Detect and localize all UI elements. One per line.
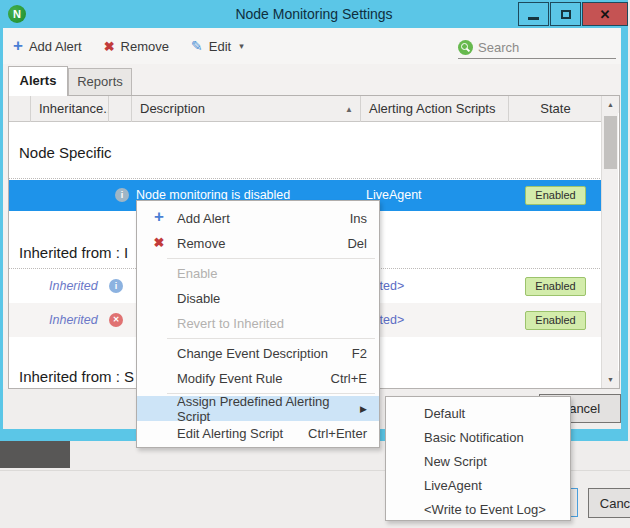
tab-alerts[interactable]: Alerts xyxy=(8,66,68,96)
submenu-item-new-script[interactable]: New Script xyxy=(386,449,570,473)
menu-shortcut: F2 xyxy=(352,346,367,361)
menu-label: Modify Event Rule xyxy=(177,371,283,386)
chevron-down-icon: ▾ xyxy=(239,41,244,51)
col-icon[interactable] xyxy=(109,96,132,122)
menu-item-disable[interactable]: Disable xyxy=(137,286,379,311)
info-icon: i xyxy=(109,279,123,293)
menu-shortcut: Ctrl+Enter xyxy=(308,426,367,441)
pencil-icon: ✎ xyxy=(191,38,203,54)
menu-shortcut: Del xyxy=(347,236,367,251)
remove-label: Remove xyxy=(121,39,169,54)
remove-button[interactable]: ✖ Remove xyxy=(104,39,169,54)
screen: Cancel N Node Monitoring Settings ✕ + Ad… xyxy=(0,0,630,528)
menu-item-change-event-description[interactable]: Change Event Description F2 xyxy=(137,341,379,366)
sort-ascending-icon: ▲ xyxy=(345,105,353,114)
menu-label: Revert to Inherited xyxy=(177,316,284,331)
col-state[interactable]: State xyxy=(509,96,602,122)
search-icon xyxy=(458,40,473,55)
menu-item-remove[interactable]: ✖ Remove Del xyxy=(137,231,379,256)
menu-separator xyxy=(167,338,375,339)
menu-item-assign-predefined-alerting-script[interactable]: Assign Predefined Alerting Script ▶ xyxy=(137,396,379,421)
close-button[interactable]: ✕ xyxy=(582,2,628,26)
scroll-up-icon[interactable]: ▲ xyxy=(602,96,619,113)
menu-item-add-alert[interactable]: + Add Alert Ins xyxy=(137,206,379,231)
edit-label: Edit xyxy=(209,39,231,54)
menu-item-modify-event-rule[interactable]: Modify Event Rule Ctrl+E xyxy=(137,366,379,391)
submenu-arrow-icon: ▶ xyxy=(360,404,367,414)
menu-item-edit-alerting-script[interactable]: Edit Alerting Script Ctrl+Enter xyxy=(137,421,379,446)
close-icon: ✕ xyxy=(600,7,611,22)
menu-separator xyxy=(167,258,375,259)
info-icon: i xyxy=(115,188,129,202)
titlebar[interactable]: N Node Monitoring Settings ✕ xyxy=(0,0,628,28)
menu-label: Remove xyxy=(177,236,225,251)
submenu-item-liveagent[interactable]: LiveAgent xyxy=(386,473,570,497)
maximize-button[interactable] xyxy=(550,2,581,26)
group-header-inherited-1: Inherited from : I xyxy=(19,244,128,261)
alerting-script-submenu: Default Basic Notification New Script Li… xyxy=(385,396,571,521)
group-header-inherited-2: Inherited from : S xyxy=(19,368,134,385)
menu-label: Assign Predefined Alerting Script xyxy=(177,394,360,424)
plus-icon: + xyxy=(151,210,167,224)
col-selector[interactable] xyxy=(9,96,31,122)
divider xyxy=(9,178,602,179)
submenu-item-default[interactable]: Default xyxy=(386,401,570,425)
plus-icon: + xyxy=(13,39,23,53)
vertical-scrollbar[interactable]: ▲ ▼ xyxy=(601,96,618,388)
submenu-item-basic-notification[interactable]: Basic Notification xyxy=(386,425,570,449)
menu-item-revert-to-inherited: Revert to Inherited xyxy=(137,311,379,336)
menu-shortcut: Ins xyxy=(350,211,367,226)
context-menu: + Add Alert Ins ✖ Remove Del Enable Disa… xyxy=(136,200,380,448)
menu-item-enable: Enable xyxy=(137,261,379,286)
col-description[interactable]: Description xyxy=(132,96,361,122)
add-alert-button[interactable]: + Add Alert xyxy=(13,39,82,54)
background-cancel-button[interactable]: Cancel xyxy=(588,488,630,518)
menu-shortcut: Ctrl+E xyxy=(331,371,367,386)
add-alert-label: Add Alert xyxy=(29,39,82,54)
remove-icon: ✖ xyxy=(104,39,115,54)
state-badge-wrap: Enabled xyxy=(509,186,602,205)
minimize-button[interactable] xyxy=(518,2,549,26)
menu-label: Change Event Description xyxy=(177,346,328,361)
status-badge: Enabled xyxy=(525,186,585,205)
maximize-icon xyxy=(561,10,571,19)
inheritance-label: Inherited xyxy=(49,279,98,293)
menu-label: Enable xyxy=(177,266,217,281)
edit-dropdown-button[interactable]: ✎ Edit ▾ xyxy=(191,38,244,54)
toolbar: + Add Alert ✖ Remove ✎ Edit ▾ xyxy=(3,28,621,64)
menu-label: Edit Alerting Script xyxy=(177,426,283,441)
error-icon: ✕ xyxy=(109,313,123,327)
menu-label: Add Alert xyxy=(177,211,230,226)
menu-label: Disable xyxy=(177,291,220,306)
search-box[interactable] xyxy=(458,37,616,59)
col-inheritance[interactable]: Inheritance... xyxy=(31,96,109,122)
scroll-down-icon[interactable]: ▼ xyxy=(602,371,619,388)
col-alerting-action-scripts[interactable]: Alerting Action Scripts xyxy=(361,96,509,122)
state-badge-wrap: Enabled xyxy=(509,277,602,296)
submenu-item-write-to-event-log[interactable]: <Write to Event Log> xyxy=(386,497,570,521)
status-badge: Enabled xyxy=(525,277,585,296)
table-header: Inheritance... Description ▲ Alerting Ac… xyxy=(9,96,602,122)
background-window-fragment xyxy=(0,441,70,468)
status-badge: Enabled xyxy=(525,311,585,330)
inheritance-label: Inherited xyxy=(49,313,98,327)
scrollbar-thumb[interactable] xyxy=(604,116,617,169)
remove-icon: ✖ xyxy=(151,235,167,250)
tab-reports[interactable]: Reports xyxy=(68,68,132,96)
group-header-node-specific: Node Specific xyxy=(19,144,112,161)
state-badge-wrap: Enabled xyxy=(509,311,602,330)
search-input[interactable] xyxy=(478,40,598,55)
minimize-icon xyxy=(528,17,539,20)
